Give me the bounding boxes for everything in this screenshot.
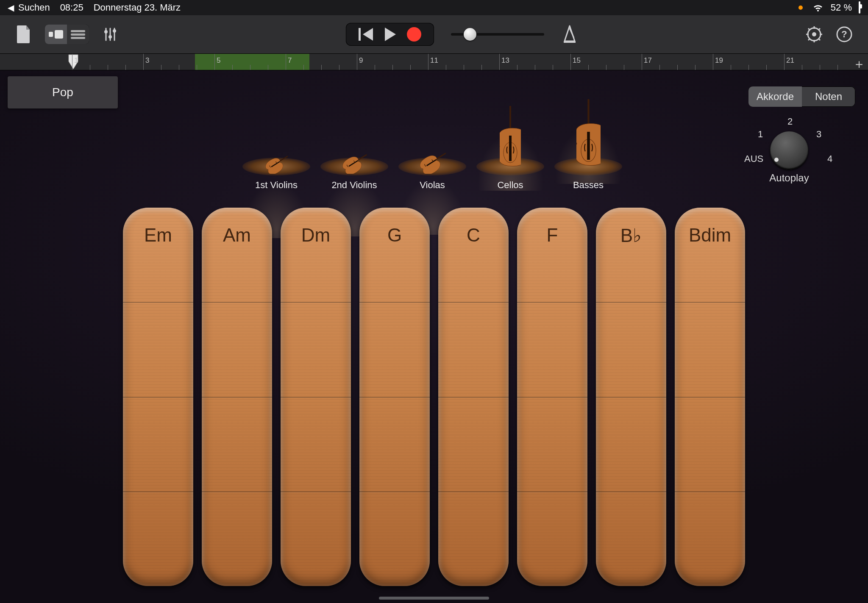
battery-percent: 52 % [831,2,852,13]
preset-selector[interactable]: Pop [8,76,118,108]
home-indicator[interactable] [379,597,489,600]
svg-point-9 [108,35,112,39]
ruler-bar: 5 [214,54,215,70]
ruler-bar-number: 19 [715,56,723,65]
ruler-bar-number: 13 [501,56,509,65]
instrument-basses[interactable]: Basses [549,99,627,191]
ruler-bar: 19 [713,54,713,70]
timeline-ruler[interactable]: 13579111315171921 ＋ [0,54,868,70]
ruler-bar-number: 3 [145,56,149,65]
svg-line-12 [570,28,574,38]
chord-segment-divider [202,492,272,492]
autoplay-knob-icon[interactable] [770,131,808,170]
svg-point-23 [812,32,816,36]
ruler-bar-number: 1 [74,56,78,65]
chord-segment-divider [359,302,430,303]
back-app-label[interactable]: Suchen [18,2,50,13]
ruler-bar: 3 [143,54,144,70]
instrument-stage: 1st Violins 2nd Violins Violas Cellos Ba… [237,81,627,191]
svg-rect-28 [357,154,367,161]
status-date: Donnerstag 23. März [94,2,181,13]
chord-strip[interactable]: G [359,208,430,586]
autoplay-pos-4: 4 [827,153,832,164]
track-controls-button[interactable] [102,26,119,43]
chord-segment-divider [517,302,587,303]
instrument-label: Basses [573,180,604,191]
master-volume-slider[interactable] [451,33,544,36]
autoplay-pos-1: 1 [758,129,763,140]
chord-segment-divider [281,302,351,303]
svg-rect-0 [49,32,53,37]
chord-segment-divider [202,397,272,397]
volume-thumb-icon[interactable] [464,28,476,41]
record-button[interactable] [407,27,421,42]
chord-strip[interactable]: Dm [281,208,351,586]
view-segmented-control [45,25,89,44]
autoplay-pos-off: AUS [744,153,763,164]
svg-rect-11 [359,28,361,41]
instrument-icon [416,150,449,175]
instrument-icon [500,106,521,175]
chord-strip[interactable]: C [438,208,509,586]
instrument-cellos[interactable]: Cellos [471,106,549,191]
wifi-icon [812,3,824,12]
browser-view-button[interactable] [45,25,67,44]
mode-notes-button[interactable]: Noten [802,86,855,107]
chord-strips: EmAmDmGCFB♭Bdim [123,208,745,586]
svg-rect-13 [564,41,576,43]
chord-strip[interactable]: Am [202,208,272,586]
instrument-icon [262,153,290,175]
help-button[interactable]: ? [836,26,853,43]
chord-segment-divider [596,397,666,397]
chord-label: Dm [281,225,351,246]
chord-segment-divider [517,492,587,492]
svg-rect-1 [55,30,63,39]
svg-rect-30 [435,153,446,160]
instrument-label: Cellos [497,180,523,191]
instrument-violas[interactable]: Violas [393,150,471,191]
autoplay-pos-2: 2 [787,116,793,127]
svg-line-20 [818,39,820,40]
svg-rect-2 [71,30,85,32]
ruler-bar: 7 [286,54,286,70]
ruler-bar-number: 11 [430,56,438,65]
chord-segment-divider [123,492,193,492]
play-button[interactable] [385,28,396,41]
instrument-2nd-violins[interactable]: 2nd Violins [315,152,393,191]
transport-controls [346,23,434,46]
mode-chords-button[interactable]: Akkorde [748,86,802,107]
status-bar: ◀ Suchen 08:25 Donnerstag 23. März 52 % [0,0,868,15]
instrument-label: Violas [420,180,445,191]
ruler-bar: 9 [357,54,357,70]
ruler-bar-number: 17 [644,56,652,65]
chord-strip[interactable]: Em [123,208,193,586]
chord-segment-divider [281,397,351,397]
ruler-bar-number: 5 [217,56,220,65]
cycle-region[interactable] [195,54,309,70]
autoplay-dial[interactable]: AUS 1 2 3 4 [747,114,832,174]
add-section-button[interactable]: ＋ [853,56,865,70]
chord-label: G [359,225,430,246]
chord-segment-divider [517,397,587,397]
chord-label: F [517,225,587,246]
chord-strip[interactable]: F [517,208,587,586]
ruler-bar: 21 [784,54,785,70]
go-to-start-button[interactable] [359,27,374,42]
my-songs-button[interactable] [15,25,32,44]
chord-label: B♭ [596,225,666,246]
chord-strip[interactable]: Bdim [675,208,745,586]
autoplay-pos-3: 3 [816,129,821,140]
settings-button[interactable] [805,25,823,43]
svg-line-22 [808,39,810,40]
chord-segment-divider [202,302,272,303]
instrument-label: 2nd Violins [331,180,377,191]
instrument-1st-violins[interactable]: 1st Violins [237,153,315,191]
svg-rect-37 [587,132,590,160]
metronome-button[interactable] [561,25,578,44]
tracks-view-button[interactable] [67,25,89,44]
svg-rect-26 [279,156,288,161]
chord-segment-divider [675,397,745,397]
chord-segment-divider [438,492,509,492]
chord-strip[interactable]: B♭ [596,208,666,586]
back-chevron-icon[interactable]: ◀ [8,3,14,13]
